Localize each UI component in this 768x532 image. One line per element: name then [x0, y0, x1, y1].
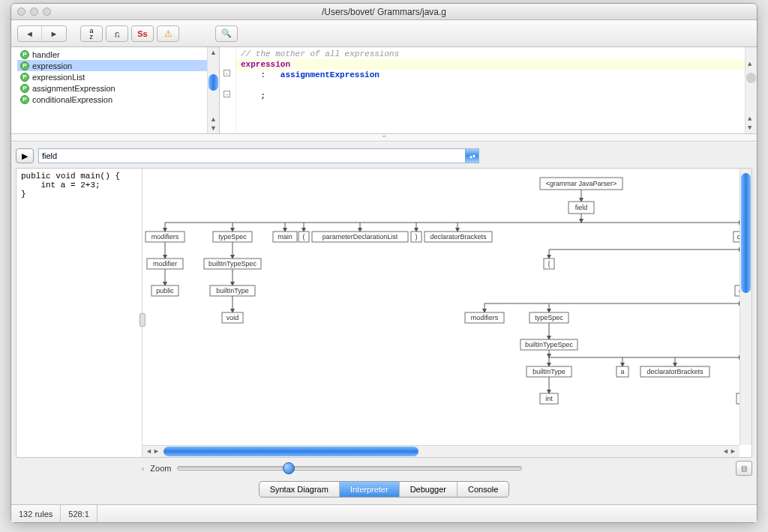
rule-diagram-button[interactable]: ⎌	[106, 25, 128, 42]
tree-layout-button[interactable]: ⊟	[736, 461, 752, 476]
close-icon[interactable]	[17, 7, 26, 16]
editor-scrollbar[interactable]: ▲ ▲ ▼	[745, 47, 757, 133]
list-item[interactable]: PexpressionList	[17, 71, 219, 82]
svg-text:typeSpec: typeSpec	[535, 314, 563, 321]
tab-syntax-diagram[interactable]: Syntax Diagram	[260, 482, 340, 497]
list-item[interactable]: PassignmentExpression	[17, 82, 219, 94]
statusbar: 132 rules 528:1	[11, 504, 757, 522]
svg-text:<grammar JavaParser>: <grammar JavaParser>	[546, 180, 617, 187]
tab-interpreter[interactable]: Interpreter	[340, 482, 400, 497]
parser-rule-icon: P	[20, 84, 29, 93]
warnings-button[interactable]: ⚠	[157, 25, 179, 42]
rule-list[interactable]: Phandler Pexpression PexpressionList Pas…	[11, 47, 220, 133]
list-item[interactable]: Phandler	[17, 49, 219, 60]
svg-text:builtInType: builtInType	[532, 368, 566, 375]
zoom-icon[interactable]	[43, 7, 51, 16]
svg-text:builtInTypeSpec: builtInTypeSpec	[525, 341, 574, 348]
svg-text:parameterDeclarationList: parameterDeclarationList	[322, 233, 398, 241]
tab-debugger[interactable]: Debugger	[400, 482, 458, 497]
svg-text:modifiers: modifiers	[152, 233, 179, 241]
fold-icon[interactable]: –	[224, 70, 230, 76]
window-title: /Users/bovet/ Grammars/java.g	[322, 7, 446, 17]
svg-text:typeSpec: typeSpec	[218, 233, 247, 241]
result-viewer: public void main() { int a = 2+3; }	[16, 168, 752, 458]
syntax-button[interactable]: Ss	[131, 25, 154, 42]
svg-text:main: main	[278, 233, 292, 241]
svg-text:int: int	[545, 395, 553, 402]
grammar-editor[interactable]: – – // the mother of all expressions exp…	[220, 47, 757, 133]
parser-rule-icon: P	[20, 50, 29, 59]
run-button[interactable]: ▶	[16, 148, 34, 163]
combo-value: field	[42, 151, 57, 160]
svg-text:declaratorBrackets: declaratorBrackets	[430, 233, 487, 241]
fold-icon[interactable]: –	[224, 91, 230, 97]
horizontal-splitter[interactable]: ⌃	[11, 134, 757, 142]
app-window: /Users/bovet/ Grammars/java.g ◄ ► az ⎌ S…	[10, 3, 758, 523]
svg-text:field: field	[575, 204, 588, 211]
view-tabs: Syntax Diagram Interpreter Debugger Cons…	[259, 481, 510, 498]
svg-text:(: (	[303, 233, 305, 241]
tree-vertical-scrollbar[interactable]	[740, 169, 752, 445]
minimize-icon[interactable]	[30, 7, 38, 16]
upper-split: Phandler Pexpression PexpressionList Pas…	[11, 47, 757, 134]
slider-knob[interactable]	[283, 462, 295, 474]
rule-count: 132 rules	[11, 505, 61, 522]
list-item[interactable]: PconditionalExpression	[17, 94, 219, 105]
chevron-updown-icon[interactable]: ▴▾	[465, 149, 478, 163]
list-item[interactable]: Pexpression	[17, 60, 219, 71]
parser-rule-icon: P	[20, 95, 29, 104]
parser-rule-icon: P	[20, 61, 29, 70]
svg-text:a: a	[620, 368, 624, 375]
svg-text:): )	[416, 233, 418, 241]
svg-text:void: void	[226, 314, 239, 321]
parser-rule-icon: P	[20, 73, 29, 82]
zoom-label: Zoom	[150, 464, 171, 473]
svg-text:modifier: modifier	[153, 260, 177, 267]
forward-button[interactable]: ►	[42, 25, 66, 42]
rule-list-scrollbar[interactable]: ▲ ▲ ▼	[207, 47, 219, 133]
cursor-position: 528:1	[61, 505, 98, 522]
start-rule-combo[interactable]: field ▴▾	[38, 148, 479, 163]
search-button[interactable]: 🔍	[215, 25, 238, 42]
tree-horizontal-scrollbar[interactable]: ◄ ► ◄ ►	[142, 445, 740, 457]
svg-text:builtInType: builtInType	[216, 287, 249, 294]
svg-text:modifiers: modifiers	[471, 314, 499, 321]
gutter: – –	[220, 47, 236, 133]
tab-console[interactable]: Console	[458, 482, 508, 497]
svg-text:{: {	[548, 260, 550, 267]
titlebar: /Users/bovet/ Grammars/java.g	[11, 4, 757, 20]
svg-text:public: public	[156, 287, 174, 294]
zoom-slider[interactable]	[177, 466, 522, 471]
interpreter-panel: ▶ field ▴▾ public void main() { int a = …	[11, 142, 757, 504]
back-button[interactable]: ◄	[18, 25, 42, 42]
sort-button[interactable]: az	[80, 25, 103, 42]
svg-text:builtInTypeSpec: builtInTypeSpec	[208, 260, 257, 267]
editor-text[interactable]: // the mother of all expressions express…	[241, 49, 743, 101]
input-text-area[interactable]: public void main() { int a = 2+3; }	[16, 169, 142, 457]
toolbar: ◄ ► az ⎌ Ss ⚠ 🔍	[11, 20, 757, 47]
svg-text:declaratorBrackets: declaratorBrackets	[646, 368, 704, 375]
parse-tree-view[interactable]: <grammar JavaParser> field modifiers typ…	[142, 169, 752, 457]
